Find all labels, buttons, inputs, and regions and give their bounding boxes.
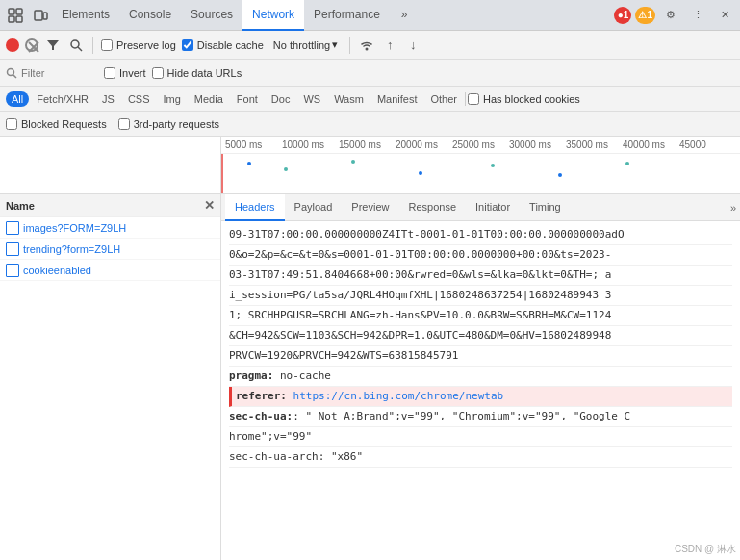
type-filter-font[interactable]: Font [231, 91, 264, 107]
watermark: CSDN @ 淋水 [675, 543, 736, 556]
header-key: pragma: [229, 369, 273, 382]
third-party-checkbox[interactable]: 3rd-party requests [118, 118, 219, 130]
left-panel: Name ✕ images?FORM=Z9LHtrending?form=Z9L… [0, 194, 221, 560]
svg-rect-3 [16, 16, 22, 22]
list-item-icon [6, 221, 19, 235]
timeline-scale-label: 10000 ms [282, 140, 339, 150]
tab-bar: Elements Console Sources Network Perform… [0, 0, 740, 31]
tab-network[interactable]: Network [242, 0, 304, 31]
svg-point-9 [71, 40, 79, 48]
type-filter-doc[interactable]: Doc [266, 91, 296, 107]
inspect-icon[interactable] [4, 4, 27, 27]
search-icon[interactable] [67, 37, 85, 54]
type-filter-js[interactable]: JS [96, 91, 120, 107]
filter-input[interactable] [21, 67, 98, 79]
panel-more-button[interactable]: » [730, 202, 736, 214]
svg-marker-8 [47, 40, 59, 50]
close-devtools-icon[interactable]: ✕ [713, 4, 736, 27]
type-filter-wasm[interactable]: Wasm [328, 91, 370, 107]
tab-performance[interactable]: Performance [304, 0, 390, 31]
filter-icon[interactable] [44, 37, 62, 54]
list-item[interactable]: images?FORM=Z9LH [0, 217, 220, 239]
content-line: sec-ch-ua-arch: "x86" [229, 447, 732, 468]
panel-tab-payload[interactable]: Payload [285, 194, 343, 221]
timeline-scale-label: 40000 ms [623, 140, 679, 150]
svg-point-11 [366, 47, 369, 50]
type-filter-row: AllFetch/XHRJSCSSImgMediaFontDocWSWasmMa… [0, 87, 740, 112]
svg-rect-2 [9, 16, 14, 22]
svg-rect-5 [43, 13, 47, 19]
content-line: &CH=942&SCW=1103&SCH=942&DPR=1.0&UTC=480… [229, 326, 732, 346]
content-line: referer: https://cn.bing.com/chrome/newt… [229, 387, 732, 407]
blocked-row: Blocked Requests 3rd-party requests [0, 112, 740, 137]
timeline-bars [221, 154, 740, 194]
preserve-log-checkbox[interactable]: Preserve log [101, 39, 176, 51]
type-filter-ws[interactable]: WS [297, 91, 326, 107]
panel-tab-response[interactable]: Response [398, 194, 466, 221]
content-line: sec-ch-ua:: " Not A;Brand";v="99", "Chro… [229, 407, 732, 427]
panel-tab-initiator[interactable]: Initiator [466, 194, 520, 221]
tab-more-button[interactable]: » [392, 0, 418, 31]
main-area: Name ✕ images?FORM=Z9LHtrending?form=Z9L… [0, 194, 740, 560]
filter-input-wrap [6, 67, 98, 79]
disable-cache-checkbox[interactable]: Disable cache [182, 39, 264, 51]
svg-point-12 [8, 68, 14, 75]
right-panel: HeadersPayloadPreviewResponseInitiatorTi… [221, 194, 740, 560]
tab-sources[interactable]: Sources [181, 0, 242, 31]
content-line: 1; SRCHHPGUSR=SRCHLANG=zh-Hans&PV=10.0.0… [229, 306, 732, 326]
timeline-chart: 5000 ms10000 ms15000 ms20000 ms25000 ms3… [221, 137, 740, 194]
import-icon[interactable]: ↑ [381, 37, 398, 54]
panel-tab-preview[interactable]: Preview [342, 194, 398, 221]
list-item-text: images?FORM=Z9LH [23, 222, 126, 234]
tab-elements[interactable]: Elements [52, 0, 119, 31]
warning-badge: ⚠1 [635, 7, 655, 24]
header-value: : " Not A;Brand";v="99", "Chromium";v="9… [293, 410, 630, 422]
wifi-icon[interactable] [358, 37, 375, 54]
list-item[interactable]: cookieenabled [0, 260, 220, 281]
content-line: 03-31T07:49:51.8404668+00:00&rwred=0&wls… [229, 266, 732, 286]
list-item[interactable]: trending?form=Z9LH [0, 239, 220, 260]
svg-line-13 [13, 74, 17, 78]
timeline-scale-label: 5000 ms [225, 140, 282, 150]
svg-line-10 [78, 47, 82, 51]
settings-icon[interactable]: ⚙ [659, 4, 682, 27]
more-options-icon[interactable]: ⋮ [686, 4, 709, 27]
content-line: i_session=PG/ta5sa/JQRL4HOqmfXHL|1680248… [229, 286, 732, 306]
content-line: 0&o=2&p=&c=&t=0&s=0001-01-01T00:00:00.00… [229, 245, 732, 266]
error-badge: ●1 [614, 7, 631, 24]
list-item-text: trending?form=Z9LH [23, 243, 120, 255]
hide-data-urls-checkbox[interactable]: Hide data URLs [152, 67, 242, 79]
panel-tabs: HeadersPayloadPreviewResponseInitiatorTi… [221, 194, 740, 221]
panel-tab-timing[interactable]: Timing [520, 194, 571, 221]
throttling-dropdown[interactable]: No throttling ▾ [269, 37, 342, 53]
type-filter-img[interactable]: Img [158, 91, 187, 107]
invert-checkbox[interactable]: Invert [104, 67, 146, 79]
svg-rect-0 [9, 9, 14, 14]
blocked-requests-checkbox[interactable]: Blocked Requests [6, 118, 107, 130]
content-line: pragma: no-cache [229, 367, 732, 387]
type-filter-media[interactable]: Media [189, 91, 229, 107]
device-toolbar-icon[interactable] [29, 4, 52, 27]
type-filter-fetch-xhr[interactable]: Fetch/XHR [31, 91, 94, 107]
type-filter-other[interactable]: Other [424, 91, 463, 107]
list-header: Name ✕ [0, 194, 220, 217]
header-value: no-cache [273, 369, 331, 382]
header-key: referer: [236, 390, 287, 402]
type-filter-css[interactable]: CSS [122, 91, 156, 107]
has-blocked-cookies-checkbox[interactable]: Has blocked cookies [468, 93, 580, 105]
record-button[interactable] [6, 38, 19, 52]
close-panel-button[interactable]: ✕ [204, 198, 215, 213]
clear-button[interactable] [25, 38, 38, 52]
separator-1 [92, 37, 93, 54]
panel-tab-headers[interactable]: Headers [225, 194, 285, 221]
export-icon[interactable]: ↓ [404, 37, 421, 54]
type-filter-manifest[interactable]: Manifest [371, 91, 423, 107]
tab-console[interactable]: Console [119, 0, 181, 31]
header-key: sec-ch-ua: [229, 410, 293, 422]
list-item-text: cookieenabled [23, 265, 91, 276]
timeline-scale-label: 25000 ms [452, 140, 509, 150]
type-filter-all[interactable]: All [6, 91, 29, 107]
type-separator [465, 92, 466, 106]
content-line: hrome";v="99" [229, 427, 732, 447]
filter-row: Invert Hide data URLs [0, 60, 740, 87]
